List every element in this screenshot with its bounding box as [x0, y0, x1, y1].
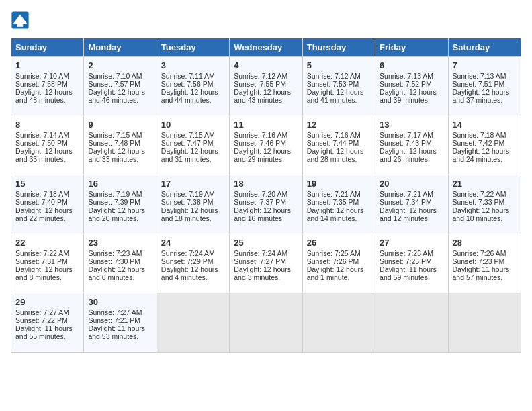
day-info: Sunrise: 7:22 AM — [15, 249, 79, 257]
day-info: Sunrise: 7:24 AM — [161, 249, 225, 257]
calendar-week-2: 15Sunrise: 7:18 AMSunset: 7:40 PMDayligh… — [11, 175, 521, 234]
logo-icon — [11, 11, 30, 30]
calendar-cell — [302, 293, 375, 353]
day-info: Daylight: 12 hours — [307, 206, 371, 214]
calendar-cell: 29Sunrise: 7:27 AMSunset: 7:22 PMDayligh… — [11, 293, 84, 353]
day-info: Sunset: 7:46 PM — [234, 139, 298, 147]
day-info: Daylight: 12 hours — [161, 147, 225, 155]
day-info: Daylight: 12 hours — [380, 206, 443, 214]
day-info: Sunset: 7:56 PM — [161, 80, 225, 88]
page-header — [11, 11, 521, 30]
day-info: and 28 minutes. — [307, 155, 371, 163]
day-info: Sunrise: 7:10 AM — [15, 72, 79, 80]
calendar-table: SundayMondayTuesdayWednesdayThursdayFrid… — [11, 38, 521, 353]
day-number: 17 — [161, 179, 225, 189]
day-number: 25 — [234, 238, 298, 248]
day-info: Sunrise: 7:26 AM — [380, 249, 443, 257]
calendar-cell: 27Sunrise: 7:26 AMSunset: 7:25 PMDayligh… — [375, 234, 448, 293]
day-info: Sunrise: 7:13 AM — [380, 72, 443, 80]
day-info: and 31 minutes. — [161, 155, 225, 163]
calendar-cell: 28Sunrise: 7:26 AMSunset: 7:23 PMDayligh… — [448, 234, 521, 293]
header-cell-friday: Friday — [375, 38, 448, 57]
day-info: Daylight: 12 hours — [161, 88, 225, 96]
day-info: and 4 minutes. — [161, 273, 225, 281]
calendar-cell: 23Sunrise: 7:23 AMSunset: 7:30 PMDayligh… — [84, 234, 157, 293]
header-cell-wednesday: Wednesday — [230, 38, 302, 57]
day-info: Daylight: 12 hours — [234, 265, 298, 273]
header-cell-tuesday: Tuesday — [157, 38, 229, 57]
day-info: and 22 minutes. — [15, 214, 79, 222]
day-info: and 48 minutes. — [15, 96, 79, 104]
logo — [11, 11, 32, 30]
day-info: Daylight: 11 hours — [88, 324, 152, 332]
day-info: Sunrise: 7:17 AM — [380, 131, 443, 139]
day-info: Daylight: 12 hours — [88, 88, 152, 96]
calendar-cell: 18Sunrise: 7:20 AMSunset: 7:37 PMDayligh… — [230, 175, 302, 234]
calendar-cell — [375, 293, 448, 353]
calendar-cell: 6Sunrise: 7:13 AMSunset: 7:52 PMDaylight… — [375, 57, 448, 116]
day-info: Sunset: 7:33 PM — [453, 198, 517, 206]
day-info: Sunset: 7:40 PM — [15, 198, 79, 206]
day-info: Sunrise: 7:14 AM — [15, 131, 79, 139]
day-number: 3 — [161, 60, 225, 71]
calendar-week-0: 1Sunrise: 7:10 AMSunset: 7:58 PMDaylight… — [11, 57, 521, 116]
day-info: Daylight: 12 hours — [15, 147, 79, 155]
calendar-cell: 20Sunrise: 7:21 AMSunset: 7:34 PMDayligh… — [375, 175, 448, 234]
day-number: 22 — [15, 238, 79, 248]
day-info: Sunrise: 7:12 AM — [307, 72, 371, 80]
day-number: 11 — [234, 120, 298, 130]
day-number: 27 — [380, 238, 443, 248]
calendar-cell: 10Sunrise: 7:15 AMSunset: 7:47 PMDayligh… — [157, 116, 229, 175]
day-number: 10 — [161, 120, 225, 130]
svg-rect-2 — [17, 23, 23, 27]
day-info: Sunset: 7:50 PM — [15, 139, 79, 147]
day-info: Sunrise: 7:15 AM — [161, 131, 225, 139]
day-info: Daylight: 12 hours — [15, 88, 79, 96]
calendar-cell: 22Sunrise: 7:22 AMSunset: 7:31 PMDayligh… — [11, 234, 84, 293]
calendar-cell: 25Sunrise: 7:24 AMSunset: 7:27 PMDayligh… — [230, 234, 302, 293]
day-info: Daylight: 11 hours — [380, 265, 443, 273]
day-info: and 57 minutes. — [453, 273, 517, 281]
day-info: Sunset: 7:53 PM — [307, 80, 371, 88]
calendar-week-4: 29Sunrise: 7:27 AMSunset: 7:22 PMDayligh… — [11, 293, 521, 353]
day-info: Daylight: 12 hours — [453, 88, 517, 96]
day-info: and 3 minutes. — [234, 273, 298, 281]
day-info: Daylight: 12 hours — [234, 147, 298, 155]
day-info: Sunset: 7:34 PM — [380, 198, 443, 206]
calendar-cell: 16Sunrise: 7:19 AMSunset: 7:39 PMDayligh… — [84, 175, 157, 234]
day-info: Sunset: 7:27 PM — [234, 257, 298, 265]
day-info: Sunrise: 7:18 AM — [15, 190, 79, 198]
day-info: and 12 minutes. — [380, 214, 443, 222]
day-info: Sunset: 7:21 PM — [88, 316, 152, 324]
day-number: 21 — [453, 179, 517, 189]
day-info: Sunset: 7:26 PM — [307, 257, 371, 265]
calendar-cell: 8Sunrise: 7:14 AMSunset: 7:50 PMDaylight… — [11, 116, 84, 175]
day-number: 23 — [88, 238, 152, 248]
calendar-cell: 9Sunrise: 7:15 AMSunset: 7:48 PMDaylight… — [84, 116, 157, 175]
day-info: Daylight: 11 hours — [453, 265, 517, 273]
calendar-cell: 21Sunrise: 7:22 AMSunset: 7:33 PMDayligh… — [448, 175, 521, 234]
day-info: and 59 minutes. — [380, 273, 443, 281]
calendar-cell — [230, 293, 302, 353]
header-cell-saturday: Saturday — [448, 38, 521, 57]
day-info: Daylight: 12 hours — [234, 206, 298, 214]
day-info: and 33 minutes. — [88, 155, 152, 163]
day-info: Sunrise: 7:15 AM — [88, 131, 152, 139]
day-info: Daylight: 12 hours — [161, 265, 225, 273]
calendar-cell: 17Sunrise: 7:19 AMSunset: 7:38 PMDayligh… — [157, 175, 229, 234]
day-number: 2 — [88, 60, 152, 71]
day-info: Sunrise: 7:26 AM — [453, 249, 517, 257]
day-info: Sunset: 7:48 PM — [88, 139, 152, 147]
day-info: and 39 minutes. — [380, 96, 443, 104]
day-number: 29 — [15, 297, 79, 307]
day-number: 7 — [453, 60, 517, 71]
day-info: and 1 minute. — [307, 273, 371, 281]
day-number: 20 — [380, 179, 443, 189]
calendar-cell: 24Sunrise: 7:24 AMSunset: 7:29 PMDayligh… — [157, 234, 229, 293]
day-info: Sunset: 7:37 PM — [234, 198, 298, 206]
day-info: and 46 minutes. — [88, 96, 152, 104]
day-info: Sunrise: 7:11 AM — [161, 72, 225, 80]
day-info: Sunrise: 7:27 AM — [15, 308, 79, 316]
day-info: Daylight: 12 hours — [307, 265, 371, 273]
day-info: Daylight: 12 hours — [88, 265, 152, 273]
